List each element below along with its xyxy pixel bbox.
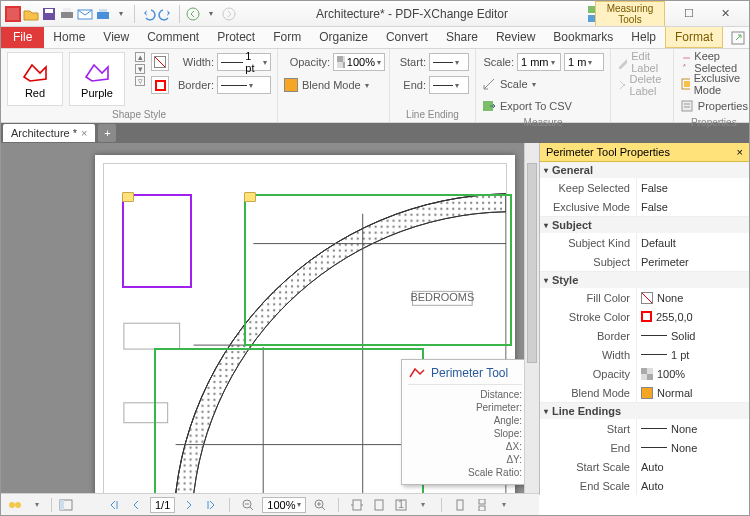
fill-color-button[interactable] xyxy=(151,53,169,71)
exclusive-mode-button[interactable]: Exclusive Mode xyxy=(680,74,748,94)
annotation-purple[interactable] xyxy=(122,194,192,288)
window-title: Architecture* - PDF-XChange Editor xyxy=(241,7,583,21)
scale-from[interactable]: 1 mm▾ xyxy=(517,53,561,71)
layout-dropdown-icon[interactable]: ▾ xyxy=(496,497,512,513)
zoom-in-icon[interactable] xyxy=(312,497,328,513)
continuous-page-icon[interactable] xyxy=(474,497,490,513)
options-caret[interactable]: ▾ xyxy=(29,497,45,513)
svg-rect-3 xyxy=(45,9,53,13)
prop-subject[interactable]: Perimeter xyxy=(636,252,749,271)
nav-caret-icon[interactable]: ▾ xyxy=(203,6,219,22)
annotation-green-1[interactable] xyxy=(244,194,512,346)
svg-rect-29 xyxy=(684,81,690,87)
qat-caret-icon[interactable]: ▾ xyxy=(113,6,129,22)
nav-back-icon[interactable] xyxy=(185,6,201,22)
panel-toggle-icon[interactable] xyxy=(58,497,74,513)
nav-fwd-icon[interactable] xyxy=(221,6,237,22)
prop-stroke-color[interactable]: 255,0,0 xyxy=(636,307,749,326)
document-canvas[interactable]: BEDROOMS LIVING ROOM BASEMENT Perimeter … xyxy=(1,143,539,495)
tab-organize[interactable]: Organize xyxy=(310,27,377,48)
group-subject[interactable]: ▾Subject xyxy=(540,217,749,233)
annotation-green-2[interactable] xyxy=(154,348,424,495)
svg-rect-11 xyxy=(588,6,595,13)
tab-format[interactable]: Format xyxy=(665,27,723,48)
properties-button[interactable]: Properties xyxy=(680,96,748,116)
single-page-icon[interactable] xyxy=(452,497,468,513)
prop-border[interactable]: Solid xyxy=(636,326,749,345)
preset-prev[interactable]: ▴ xyxy=(135,52,145,62)
export-csv-button[interactable]: Export To CSV xyxy=(482,96,572,116)
prop-fill-color[interactable]: None xyxy=(636,288,749,307)
prop-end-scale[interactable]: Auto xyxy=(636,476,749,495)
stroke-color-button[interactable] xyxy=(151,76,169,94)
group-general[interactable]: ▾General xyxy=(540,162,749,178)
close-tab-icon[interactable]: × xyxy=(81,127,87,139)
zoom-indicator[interactable]: 100%▾ xyxy=(262,497,306,513)
preset-next[interactable]: ▾ xyxy=(135,64,145,74)
prop-end[interactable]: None xyxy=(636,438,749,457)
scale-to[interactable]: 1 m▾ xyxy=(564,53,604,71)
vertical-scrollbar[interactable] xyxy=(524,143,539,493)
tab-help[interactable]: Help xyxy=(622,27,665,48)
prop-subject-kind[interactable]: Default xyxy=(636,233,749,252)
svg-rect-61 xyxy=(479,506,485,511)
svg-point-50 xyxy=(15,502,21,508)
prop-width[interactable]: 1 pt xyxy=(636,345,749,364)
print-icon[interactable] xyxy=(59,6,75,22)
tab-convert[interactable]: Convert xyxy=(377,27,437,48)
note-icon[interactable] xyxy=(244,192,256,202)
prev-page-icon[interactable] xyxy=(128,497,144,513)
prop-blend-mode[interactable]: Normal xyxy=(636,383,749,402)
tab-form[interactable]: Form xyxy=(264,27,310,48)
tab-bookmarks[interactable]: Bookmarks xyxy=(544,27,622,48)
border-dropdown[interactable]: ▾ xyxy=(217,76,271,94)
tab-view[interactable]: View xyxy=(94,27,138,48)
note-icon[interactable] xyxy=(122,192,134,202)
prop-start[interactable]: None xyxy=(636,419,749,438)
actual-size-icon[interactable]: 1 xyxy=(393,497,409,513)
prop-exclusive-mode[interactable]: False xyxy=(636,197,749,216)
tab-review[interactable]: Review xyxy=(487,27,544,48)
add-tab-button[interactable]: + xyxy=(98,124,116,142)
tab-protect[interactable]: Protect xyxy=(208,27,264,48)
width-dropdown[interactable]: 1 pt▾ xyxy=(217,53,271,71)
fit-width-icon[interactable] xyxy=(349,497,365,513)
tab-home[interactable]: Home xyxy=(44,27,94,48)
document-tab[interactable]: Architecture *× xyxy=(3,124,95,142)
preset-red[interactable]: Red xyxy=(7,52,63,106)
email-icon[interactable] xyxy=(77,6,93,22)
panel-close-icon[interactable]: × xyxy=(737,146,743,158)
fit-page-icon[interactable] xyxy=(371,497,387,513)
prop-start-scale[interactable]: Auto xyxy=(636,457,749,476)
blend-mode-button[interactable]: Blend Mode▾ xyxy=(284,75,369,95)
save-icon[interactable] xyxy=(41,6,57,22)
page-indicator[interactable]: 1/1 xyxy=(150,497,175,513)
undo-icon[interactable] xyxy=(140,6,156,22)
opacity-dropdown[interactable]: 100%▾ xyxy=(333,53,385,71)
prop-opacity[interactable]: 100% xyxy=(636,364,749,383)
file-tab[interactable]: File xyxy=(1,27,44,48)
scan-icon[interactable] xyxy=(95,6,111,22)
first-page-icon[interactable] xyxy=(106,497,122,513)
prop-keep-selected[interactable]: False xyxy=(636,178,749,197)
group-line-endings[interactable]: ▾Line Endings xyxy=(540,403,749,419)
open-icon[interactable] xyxy=(23,6,39,22)
line-start-dropdown[interactable]: ▾ xyxy=(429,53,469,71)
preset-purple[interactable]: Purple xyxy=(69,52,125,106)
redo-icon[interactable] xyxy=(158,6,174,22)
group-style[interactable]: ▾Style xyxy=(540,272,749,288)
zoom-dropdown-icon[interactable]: ▾ xyxy=(415,497,431,513)
tab-share[interactable]: Share xyxy=(437,27,487,48)
maximize-button[interactable]: ☐ xyxy=(675,4,703,24)
close-button[interactable]: ✕ xyxy=(711,4,739,24)
line-end-dropdown[interactable]: ▾ xyxy=(429,76,469,94)
last-page-icon[interactable] xyxy=(203,497,219,513)
launch-icon[interactable] xyxy=(729,29,747,47)
next-page-icon[interactable] xyxy=(181,497,197,513)
tab-comment[interactable]: Comment xyxy=(138,27,208,48)
preset-more[interactable]: ▿ xyxy=(135,76,145,86)
keep-selected-button[interactable]: Keep Selected xyxy=(680,52,748,72)
scale-button[interactable]: Scale▾ xyxy=(482,74,536,94)
zoom-out-icon[interactable] xyxy=(240,497,256,513)
options-icon[interactable] xyxy=(7,497,23,513)
